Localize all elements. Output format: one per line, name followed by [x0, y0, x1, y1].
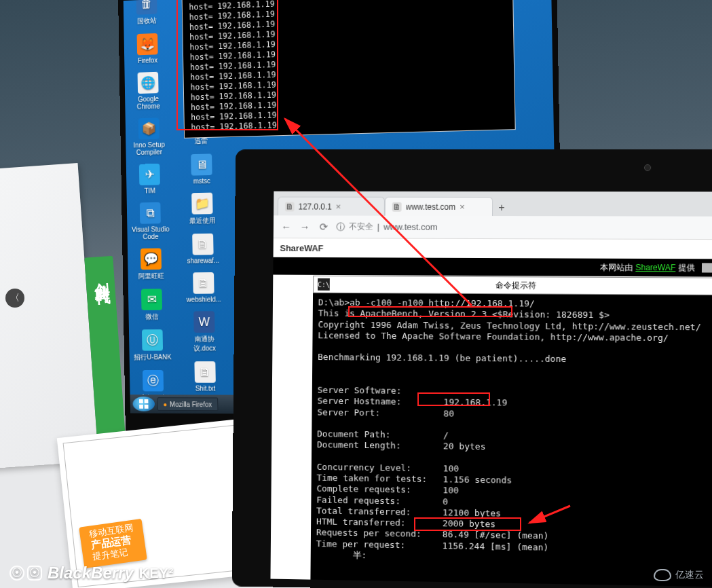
- cmd-title-text: 命令提示符: [495, 280, 536, 291]
- rear-terminal: host= 192.168.1.19host= 192.168.1.19host…: [182, 0, 516, 139]
- taskbar-item-label: Mozilla Firefox: [170, 401, 212, 408]
- desktop-icon[interactable]: Ⓤ招行U-BANK: [133, 329, 172, 362]
- page-icon: 🗎: [392, 202, 402, 211]
- app-icon: ⓔ: [143, 370, 164, 391]
- desktop-icon-label: Visual Studio Code: [131, 225, 170, 240]
- desktop-icon[interactable]: ⧉Visual Studio Code: [130, 202, 170, 241]
- url-text: www.test.com: [383, 222, 438, 232]
- svg-rect-2: [139, 405, 143, 409]
- insecure-label: 不安全: [349, 221, 373, 233]
- desktop-icon[interactable]: 🖥mstsc: [182, 153, 222, 185]
- desktop-icon-label: Inno Setup Compiler: [130, 141, 169, 156]
- cmd-title-bar[interactable]: C:\ 命令提示符: [313, 276, 712, 295]
- desktop-icon-label: 阿里旺旺: [138, 272, 164, 281]
- svg-rect-3: [145, 405, 149, 409]
- start-button[interactable]: [132, 397, 155, 411]
- laptop-screen: 🗎 127.0.0.1 × 🗎 www.test.com × + ← → ⟳ ⓘ…: [270, 191, 712, 587]
- window-icon: [702, 263, 712, 272]
- desktop-icon[interactable]: 🗎webshield...: [184, 272, 224, 304]
- cmd-output: D:\ab>ab -c100 -n100 http://192.168.1.19…: [310, 293, 712, 587]
- app-icon: 🗎: [193, 272, 214, 294]
- browser-tab-strip: 🗎 127.0.0.1 × 🗎 www.test.com × +: [274, 191, 712, 217]
- desktop-icon-label: TIM: [144, 187, 155, 194]
- app-icon: 🌐: [138, 72, 159, 94]
- page-icon: 🗎: [285, 202, 295, 211]
- banner-prefix: 本网站由: [600, 261, 633, 273]
- new-tab-button[interactable]: +: [493, 200, 510, 216]
- webcam-icon: [644, 164, 651, 171]
- laptop: 🗎 127.0.0.1 × 🗎 www.test.com × + ← → ⟳ ⓘ…: [232, 149, 712, 588]
- app-icon: 🗎: [194, 361, 215, 383]
- cloud-icon: [654, 569, 671, 581]
- banner-link[interactable]: ShareWAF: [635, 263, 675, 272]
- desktop-icon-label: 南通协议.docx: [185, 335, 224, 354]
- address-bar: ← → ⟳ ⓘ 不安全 | www.test.com: [274, 215, 712, 240]
- desktop-icon-label: 招行U-BANK: [134, 352, 171, 362]
- watermark-blackberry: ⦿⦿ BlackBerry KEY²: [10, 564, 174, 583]
- tab-label: www.test.com: [406, 202, 456, 211]
- desktop-icon-label: 国收站: [137, 16, 157, 26]
- app-icon: 🗎: [192, 234, 213, 255]
- book-spine-text: 创业时代: [91, 270, 112, 282]
- page-banner: 本网站由 ShareWAF 提供: [273, 257, 712, 277]
- desktop-icon-label: 微信: [145, 312, 158, 322]
- desktop-icon-label: Shit.txt: [195, 385, 216, 392]
- tab-localhost[interactable]: 🗎 127.0.0.1 ×: [278, 197, 385, 216]
- desktop-icon[interactable]: 🗎Shit.txt: [185, 361, 225, 392]
- forward-icon[interactable]: →: [299, 221, 311, 233]
- desktop-icon-label: sharewaf...: [187, 257, 219, 264]
- app-icon: 📦: [138, 117, 160, 139]
- app-icon: 🖥: [191, 153, 212, 175]
- close-icon[interactable]: ×: [336, 202, 341, 212]
- cmd-window: C:\ 命令提示符 D:\ab>ab -c100 -n100 http://19…: [310, 276, 712, 587]
- taskbar-item[interactable]: ● Mozilla Firefox: [157, 397, 218, 411]
- desktop-icon-label: 最近使用: [189, 216, 216, 225]
- desktop-icon[interactable]: ✈TIM: [130, 164, 170, 195]
- tab-test[interactable]: 🗎 www.test.com ×: [385, 197, 493, 216]
- close-icon[interactable]: ×: [460, 202, 465, 212]
- desktop-icon[interactable]: 📦Inno Setup Compiler: [129, 117, 168, 156]
- desktop-icon-label: Google Chrome: [129, 95, 168, 111]
- desktop-icon[interactable]: W南通协议.docx: [185, 311, 225, 353]
- banner-suffix: 提供: [678, 262, 695, 274]
- app-icon: ✉: [141, 289, 162, 310]
- desktop-icon-label: mstsc: [193, 177, 210, 185]
- reload-icon[interactable]: ⟳: [318, 221, 330, 233]
- app-icon: W: [193, 311, 214, 333]
- back-icon[interactable]: ←: [280, 221, 293, 233]
- desktop-icon-label: Firefox: [138, 56, 157, 65]
- app-icon: 💬: [140, 249, 162, 270]
- desktop-icon[interactable]: ✉微信: [132, 289, 172, 321]
- app-icon: 🗑: [136, 0, 157, 15]
- desktop-icon[interactable]: 💬阿里旺旺: [132, 248, 171, 281]
- desktop-icon[interactable]: 🦊Firefox: [128, 33, 167, 65]
- cmd-icon: C:\: [318, 278, 330, 291]
- app-icon: ⧉: [140, 202, 161, 224]
- url-field[interactable]: ⓘ 不安全 | www.test.com: [336, 221, 712, 234]
- desktop-icon[interactable]: 🌐Google Chrome: [128, 71, 168, 111]
- desktop-icon-label: webshield...: [187, 295, 221, 303]
- app-icon: 📁: [191, 193, 212, 215]
- desktop-icon[interactable]: 🗎sharewaf...: [183, 234, 223, 265]
- prev-image-button[interactable]: 〈: [5, 289, 24, 308]
- app-icon: Ⓤ: [142, 329, 163, 350]
- tab-label: 127.0.0.1: [298, 202, 331, 211]
- info-icon: ⓘ: [336, 221, 345, 233]
- desktop-icon[interactable]: 📁最近使用: [183, 192, 223, 225]
- desktop-icon[interactable]: 🗑国收站: [127, 0, 166, 26]
- app-icon: 🦊: [137, 33, 158, 55]
- watermark-yisu: 亿速云: [654, 569, 704, 581]
- windows-icon: [138, 399, 149, 409]
- book-tag: 移动互联网 产品运营 提升笔记: [79, 519, 147, 569]
- page-title: ShareWAF: [274, 238, 712, 259]
- app-icon: ✈: [139, 164, 160, 185]
- svg-rect-1: [145, 399, 149, 403]
- svg-rect-0: [139, 399, 143, 403]
